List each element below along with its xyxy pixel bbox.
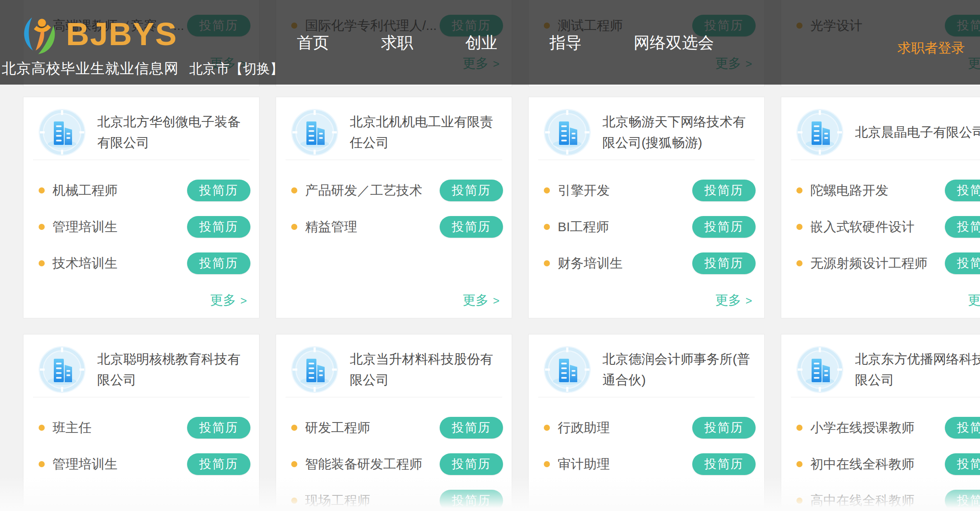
apply-button[interactable]: 投简历 (187, 417, 250, 439)
company-header: 北京北方华创微电子装备有限公司 (33, 97, 250, 160)
apply-button[interactable]: 投简历 (187, 216, 250, 238)
job-title: 班主任 (53, 419, 92, 437)
company-card: 北京晨晶电子有限公司 陀螺电路开发 投简历 嵌入式软硬件设计 投简历 无源射频设… (781, 97, 980, 318)
job-row: 行政助理 投简历 (544, 409, 756, 446)
job-row: 无源射频设计工程师 投简历 (796, 245, 980, 282)
company-name: 北京当升材料科技股份有限公司 (350, 349, 500, 390)
bullet-icon (544, 224, 550, 230)
job-title: 产品研发／工艺技术 (305, 182, 422, 200)
job-list: 引擎开发 投简历 BI工程师 投简历 财务培训生 投简历 (529, 160, 764, 282)
job-row: 产品研发／工艺技术 投简历 (291, 172, 503, 209)
company-card: 北京畅游天下网络技术有限公司(搜狐畅游) 引擎开发 投简历 BI工程师 投简历 … (528, 97, 765, 318)
job-title: 审计助理 (558, 455, 610, 473)
company-name: 北京畅游天下网络技术有限公司(搜狐畅游) (602, 111, 752, 153)
company-name: 北京晨晶电子有限公司 (855, 122, 980, 143)
bullet-icon (544, 425, 550, 431)
more-link[interactable]: 更多> (463, 292, 500, 309)
apply-button[interactable]: 投简历 (440, 453, 503, 475)
job-title: 初中在线全科教师 (810, 455, 914, 473)
job-title: 机械工程师 (53, 182, 118, 200)
job-row: BI工程师 投简历 (544, 209, 756, 245)
apply-button[interactable]: 投简历 (187, 252, 250, 274)
bullet-icon (544, 461, 550, 467)
job-title: BI工程师 (558, 218, 609, 236)
job-row: 管理培训生 投简历 (39, 209, 250, 245)
bullet-icon (291, 498, 297, 504)
apply-button[interactable]: 投简历 (692, 216, 756, 238)
job-row: 现场工程师 投简历 (291, 482, 503, 511)
bullet-icon (544, 187, 550, 193)
apply-button[interactable]: 投简历 (440, 216, 503, 238)
apply-button[interactable]: 投简历 (945, 490, 980, 511)
job-title: 现场工程师 (305, 492, 370, 510)
job-title: 管理培训生 (53, 218, 118, 236)
apply-button[interactable]: 投简历 (945, 216, 980, 238)
bullet-icon (291, 224, 297, 230)
login-link[interactable]: 求职者登录 (898, 39, 965, 57)
nav-item-0[interactable]: 首页 (297, 32, 329, 54)
job-row: 初中在线全科教师 投简历 (796, 446, 980, 482)
job-title: 引擎开发 (558, 182, 610, 200)
job-title: 无源射频设计工程师 (810, 255, 927, 272)
company-building-icon (291, 108, 339, 156)
job-row: 高中在线全科教师 投简历 (796, 482, 980, 511)
apply-button[interactable]: 投简历 (692, 453, 756, 475)
job-list: 陀螺电路开发 投简历 嵌入式软硬件设计 投简历 无源射频设计工程师 投简历 (781, 160, 980, 282)
apply-button[interactable]: 投简历 (692, 417, 756, 439)
job-list: 产品研发／工艺技术 投简历 精益管理 投简历 (276, 160, 512, 245)
job-row: 研发工程师 投简历 (291, 409, 503, 446)
apply-button[interactable]: 投简历 (945, 417, 980, 439)
apply-button[interactable]: 投简历 (440, 490, 503, 511)
apply-button[interactable]: 投简历 (187, 180, 250, 201)
apply-button[interactable]: 投简历 (692, 180, 756, 201)
apply-button[interactable]: 投简历 (440, 180, 503, 201)
more-link[interactable]: 更多> (210, 292, 247, 309)
bullet-icon (796, 260, 802, 266)
company-name: 北京东方优播网络科技有限公司 (855, 349, 980, 390)
company-card: 北京北机机电工业有限责任公司 产品研发／工艺技术 投简历 精益管理 投简历 更多… (276, 97, 512, 318)
apply-button[interactable]: 投简历 (440, 417, 503, 439)
company-building-icon (796, 108, 844, 156)
bullet-icon (291, 425, 297, 431)
job-title: 行政助理 (558, 419, 610, 437)
bullet-icon (796, 461, 802, 467)
company-header: 北京东方优播网络科技有限公司 (791, 334, 980, 397)
job-list: 行政助理 投简历 审计助理 投简历 (529, 397, 764, 482)
company-header: 北京当升材料科技股份有限公司 (286, 334, 502, 397)
apply-button[interactable]: 投简历 (945, 180, 980, 201)
nav-item-2[interactable]: 创业 (465, 32, 497, 54)
apply-button[interactable]: 投简历 (692, 252, 756, 274)
more-link[interactable]: 更多> (715, 292, 752, 309)
chevron-right-icon: > (746, 294, 752, 307)
job-title: 精益管理 (305, 218, 357, 236)
job-title: 智能装备研发工程师 (305, 455, 422, 473)
more-link[interactable]: 更多> (968, 292, 980, 309)
nav-item-3[interactable]: 指导 (549, 32, 582, 54)
company-card: 北京德润会计师事务所(普通合伙) 行政助理 投简历 审计助理 投简历 更多> (528, 334, 765, 511)
job-list: 研发工程师 投简历 智能装备研发工程师 投简历 现场工程师 投简历 (276, 397, 512, 511)
company-header: 北京德润会计师事务所(普通合伙) (538, 334, 755, 397)
company-header: 北京晨晶电子有限公司 (791, 97, 980, 160)
apply-button[interactable]: 投简历 (187, 453, 250, 475)
job-row: 小学在线授课教师 投简历 (796, 409, 980, 446)
job-row: 机械工程师 投简历 (39, 172, 250, 209)
city-selector: 北京市【切换】 (189, 60, 283, 78)
bullet-icon (796, 425, 802, 431)
main-nav: 首页求职创业指导网络双选会 (297, 32, 714, 54)
apply-button[interactable]: 投简历 (945, 252, 980, 274)
site-logo-icon[interactable] (19, 14, 63, 59)
bullet-icon (796, 187, 802, 193)
apply-button[interactable]: 投简历 (945, 453, 980, 475)
nav-item-1[interactable]: 求职 (381, 32, 413, 54)
bullet-icon (39, 461, 45, 467)
bullet-icon (39, 224, 45, 230)
bullet-icon (796, 224, 802, 230)
nav-item-4[interactable]: 网络双选会 (634, 32, 714, 54)
company-building-icon (543, 346, 591, 393)
company-name: 北京德润会计师事务所(普通合伙) (602, 349, 752, 390)
city-switch-link[interactable]: 【切换】 (230, 61, 283, 76)
companies-grid: 北京北方华创微电子装备有限公司 机械工程师 投简历 管理培训生 投简历 技术培训… (23, 97, 980, 511)
job-row: 管理培训生 投简历 (39, 446, 250, 482)
job-title: 高中在线全科教师 (810, 492, 914, 510)
logo-text[interactable]: BJBYS (66, 16, 178, 52)
